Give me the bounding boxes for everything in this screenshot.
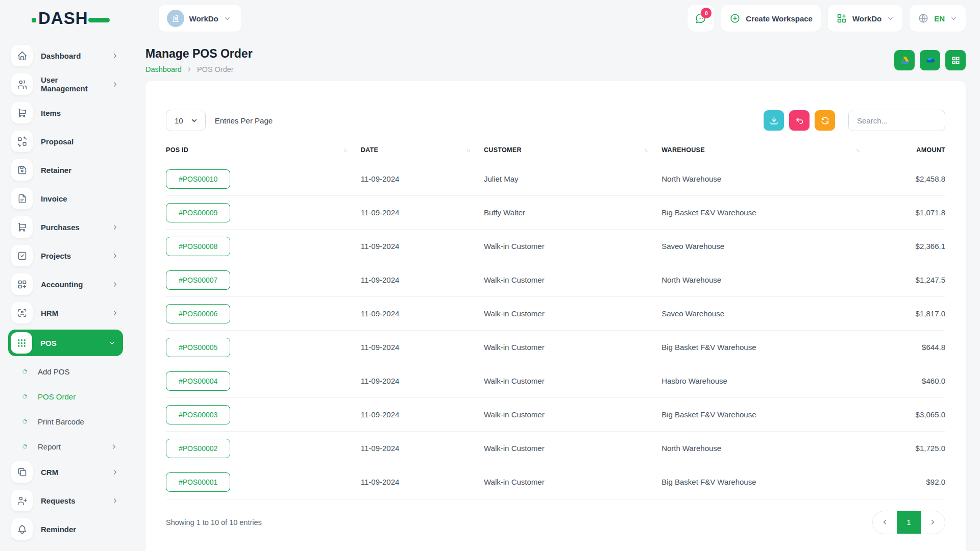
entries-per-page-value: 10 xyxy=(175,116,183,125)
table-body: #POS0001011-09-2024Juliet MayNorth Wareh… xyxy=(166,162,945,499)
pos-id-link[interactable]: #POS00001 xyxy=(166,472,230,492)
sidebar-item-projects[interactable]: Projects xyxy=(8,244,123,267)
sidebar-subitem-label: POS Order xyxy=(38,392,118,401)
sidebar-item-proposal[interactable]: Proposal xyxy=(8,130,123,153)
order-amount: $3,065.0 xyxy=(874,398,946,432)
next-page-button[interactable] xyxy=(921,511,945,534)
user-plus-icon xyxy=(11,490,33,511)
pos-id-link[interactable]: #POS00010 xyxy=(166,169,230,189)
table-footer: Showing 1 to 10 of 10 entries 1 xyxy=(166,499,945,547)
search-input[interactable] xyxy=(848,110,945,131)
breadcrumb-dashboard-link[interactable]: Dashboard xyxy=(145,65,182,73)
sort-arrows-icon[interactable]: ↑↓ xyxy=(856,147,860,153)
language-button[interactable]: EN xyxy=(910,5,966,32)
workspace-switcher[interactable]: WorkDo xyxy=(159,5,241,32)
create-workspace-label: Create Workspace xyxy=(746,14,813,23)
sidebar-item-label: Accounting xyxy=(41,280,103,289)
page-1-button[interactable]: 1 xyxy=(897,511,921,534)
chevron-right-icon xyxy=(111,252,119,260)
sidebar-item-hrm[interactable]: HRM xyxy=(8,301,123,324)
cart-icon xyxy=(11,216,33,238)
pos-id-link[interactable]: #POS00006 xyxy=(166,304,230,323)
sidebar-item-pos[interactable]: POS xyxy=(8,330,123,356)
sidebar-subitem-report[interactable]: Report xyxy=(8,435,123,458)
workdo-apps-button[interactable]: WorkDo xyxy=(828,5,902,32)
sidebar-subitem-add-pos[interactable]: Add POS xyxy=(8,360,123,383)
sidebar-item-purchases[interactable]: Purchases xyxy=(8,215,123,239)
brand-logo[interactable]: DASH xyxy=(32,9,110,28)
sidebar-item-dashboard[interactable]: Dashboard xyxy=(8,44,123,67)
pos-id-link[interactable]: #POS00008 xyxy=(166,237,230,256)
page-title: Manage POS Order xyxy=(145,47,253,61)
sort-arrows-icon[interactable]: ↑↓ xyxy=(644,147,647,153)
sidebar-item-label: HRM xyxy=(41,309,103,317)
building-icon xyxy=(171,14,180,23)
sidebar-item-items[interactable]: Items xyxy=(8,101,123,124)
sidebar-subitem-pos-order[interactable]: POS Order xyxy=(8,385,123,408)
file-icon xyxy=(11,188,33,209)
sidebar-item-label: Proposal xyxy=(41,137,119,146)
pos-id-link[interactable]: #POS00002 xyxy=(166,439,230,458)
order-amount: $2,458.8 xyxy=(874,162,946,196)
sidebar-subitem-print-barcode[interactable]: Print Barcode xyxy=(8,410,123,433)
pos-id-link[interactable]: #POS00009 xyxy=(166,203,230,222)
apps-grid-button[interactable] xyxy=(945,50,966,70)
order-amount: $92.0 xyxy=(874,465,946,499)
order-date: 11-09-2024 xyxy=(361,432,484,465)
sidebar-item-label: User Management xyxy=(41,76,103,93)
table-row: #POS0000511-09-2024Walk-in CustomerBig B… xyxy=(166,331,945,364)
google-drive-button[interactable] xyxy=(894,50,915,70)
customer-name: Walk-in Customer xyxy=(484,364,662,398)
sort-arrows-icon[interactable]: ↑↓ xyxy=(466,147,470,153)
logo-dot xyxy=(32,18,36,22)
grid-dots-icon xyxy=(11,332,32,354)
sidebar-item-requests[interactable]: Requests xyxy=(8,489,123,512)
column-label: WAREHOUSE xyxy=(662,146,705,154)
prev-page-button[interactable] xyxy=(873,511,897,534)
customer-name: Walk-in Customer xyxy=(484,297,662,331)
chevron-right-icon xyxy=(111,309,119,317)
sort-arrows-icon[interactable]: ↑↓ xyxy=(343,147,347,153)
pos-id-link[interactable]: #POS00004 xyxy=(166,371,230,391)
customer-name: Buffy Walter xyxy=(484,196,662,230)
customer-name: Walk-in Customer xyxy=(484,465,662,499)
refresh-button[interactable] xyxy=(815,110,835,131)
table-row: #POS0001011-09-2024Juliet MayNorth Wareh… xyxy=(166,162,945,196)
sidebar-item-accounting[interactable]: Accounting xyxy=(8,272,123,296)
pos-order-table: POS ID↑↓DATE↑↓CUSTOMER↑↓WAREHOUSE↑↓AMOUN… xyxy=(166,144,945,499)
home-icon xyxy=(11,45,33,66)
create-workspace-button[interactable]: Create Workspace xyxy=(721,5,821,32)
table-row: #POS0000811-09-2024Walk-in CustomerSaveo… xyxy=(166,230,945,263)
export-button[interactable] xyxy=(764,110,784,131)
column-header-customer[interactable]: CUSTOMER↑↓ xyxy=(484,144,662,162)
sidebar-subitem-label: Add POS xyxy=(38,367,118,376)
entries-per-page-select[interactable]: 10 xyxy=(166,110,206,131)
messages-button[interactable]: 0 xyxy=(688,5,714,32)
chevron-down-icon xyxy=(190,117,198,124)
column-header-warehouse[interactable]: WAREHOUSE↑↓ xyxy=(662,144,873,162)
pos-id-link[interactable]: #POS00005 xyxy=(166,338,230,357)
sidebar-nav: DashboardUser ManagementItemsProposalRet… xyxy=(8,44,123,541)
pos-id-link[interactable]: #POS00003 xyxy=(166,405,230,424)
order-amount: $2,366.1 xyxy=(874,230,946,263)
customer-name: Walk-in Customer xyxy=(484,263,662,297)
table-header-row: POS ID↑↓DATE↑↓CUSTOMER↑↓WAREHOUSE↑↓AMOUN… xyxy=(166,144,945,162)
undo-button[interactable] xyxy=(789,110,810,131)
customer-name: Walk-in Customer xyxy=(484,398,662,432)
breadcrumb: Dashboard POS Order xyxy=(145,65,253,73)
google-drive-icon xyxy=(899,55,910,66)
sidebar-item-retainer[interactable]: Retainer xyxy=(8,158,123,182)
order-amount: $1,247.5 xyxy=(874,263,946,297)
sidebar-item-reminder[interactable]: Reminder xyxy=(8,517,123,541)
sidebar-item-invoice[interactable]: Invoice xyxy=(8,187,123,210)
sidebar-item-user-management[interactable]: User Management xyxy=(8,72,123,96)
column-header-pos-id[interactable]: POS ID↑↓ xyxy=(166,144,361,162)
warehouse-name: North Warehouse xyxy=(662,432,873,465)
pos-id-link[interactable]: #POS00007 xyxy=(166,270,230,290)
column-header-date[interactable]: DATE↑↓ xyxy=(361,144,484,162)
globe-icon xyxy=(918,13,929,24)
sidebar-item-crm[interactable]: CRM xyxy=(8,460,123,484)
sidebar-item-label: Requests xyxy=(41,496,103,505)
chevron-right-icon xyxy=(110,443,118,450)
onedrive-button[interactable] xyxy=(920,50,940,70)
